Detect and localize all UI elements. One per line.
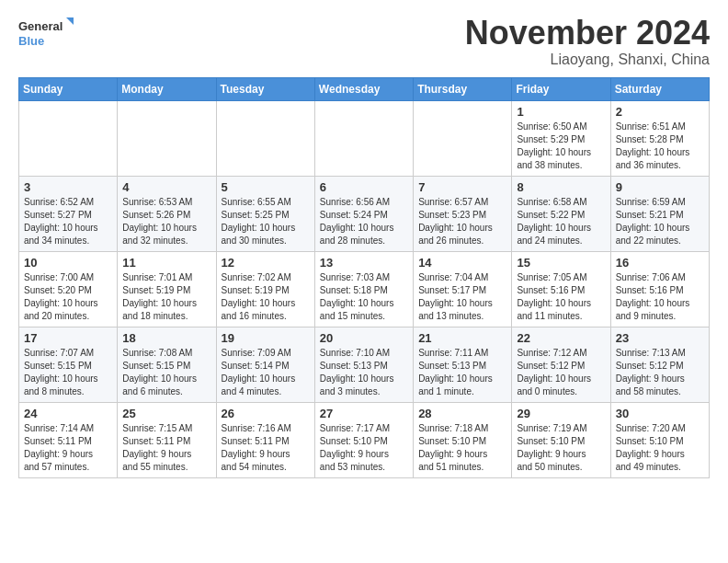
day-info: Sunrise: 7:06 AM Sunset: 5:16 PM Dayligh… — [616, 271, 704, 323]
day-info: Sunrise: 7:05 AM Sunset: 5:16 PM Dayligh… — [517, 271, 605, 323]
table-row: 25Sunrise: 7:15 AM Sunset: 5:11 PM Dayli… — [118, 402, 216, 477]
day-number: 5 — [222, 180, 310, 194]
day-number: 25 — [122, 407, 210, 420]
weekday-header-row: Sunday Monday Tuesday Wednesday Thursday… — [19, 77, 710, 100]
svg-text:General: General — [18, 19, 63, 33]
table-row: 1Sunrise: 6:50 AM Sunset: 5:29 PM Daylig… — [512, 100, 610, 176]
table-row: 22Sunrise: 7:12 AM Sunset: 5:12 PM Dayli… — [512, 327, 610, 402]
day-info: Sunrise: 7:19 AM Sunset: 5:10 PM Dayligh… — [517, 422, 605, 474]
day-number: 24 — [24, 407, 112, 420]
day-number: 4 — [122, 180, 210, 194]
calendar-week-row: 17Sunrise: 7:07 AM Sunset: 5:15 PM Dayli… — [19, 327, 710, 402]
logo: General Blue — [18, 15, 74, 50]
day-number: 26 — [222, 407, 310, 420]
day-number: 28 — [418, 407, 506, 420]
table-row: 4Sunrise: 6:53 AM Sunset: 5:26 PM Daylig… — [118, 176, 216, 251]
table-row: 6Sunrise: 6:56 AM Sunset: 5:24 PM Daylig… — [314, 176, 413, 251]
table-row: 24Sunrise: 7:14 AM Sunset: 5:11 PM Dayli… — [19, 402, 118, 477]
svg-text:Blue: Blue — [18, 34, 44, 48]
day-number: 2 — [616, 105, 704, 119]
day-number: 22 — [517, 331, 605, 345]
day-info: Sunrise: 7:04 AM Sunset: 5:17 PM Dayligh… — [418, 271, 506, 323]
day-info: Sunrise: 7:08 AM Sunset: 5:15 PM Dayligh… — [122, 347, 210, 398]
day-number: 12 — [222, 256, 310, 270]
table-row — [414, 100, 512, 176]
logo-svg: General Blue — [18, 15, 74, 50]
day-number: 3 — [24, 180, 112, 194]
location: Liaoyang, Shanxi, China — [465, 52, 710, 68]
table-row: 8Sunrise: 6:58 AM Sunset: 5:22 PM Daylig… — [512, 176, 610, 251]
calendar-table: Sunday Monday Tuesday Wednesday Thursday… — [18, 77, 710, 478]
day-info: Sunrise: 7:00 AM Sunset: 5:20 PM Dayligh… — [24, 271, 112, 323]
day-info: Sunrise: 7:11 AM Sunset: 5:13 PM Dayligh… — [418, 347, 506, 398]
table-row: 13Sunrise: 7:03 AM Sunset: 5:18 PM Dayli… — [314, 251, 413, 327]
table-row: 27Sunrise: 7:17 AM Sunset: 5:10 PM Dayli… — [314, 402, 413, 477]
table-row: 20Sunrise: 7:10 AM Sunset: 5:13 PM Dayli… — [314, 327, 413, 402]
day-info: Sunrise: 7:14 AM Sunset: 5:11 PM Dayligh… — [24, 422, 112, 474]
header-saturday: Saturday — [610, 77, 709, 100]
table-row: 3Sunrise: 6:52 AM Sunset: 5:27 PM Daylig… — [19, 176, 118, 251]
table-row: 23Sunrise: 7:13 AM Sunset: 5:12 PM Dayli… — [610, 327, 709, 402]
table-row: 10Sunrise: 7:00 AM Sunset: 5:20 PM Dayli… — [19, 251, 118, 327]
header-wednesday: Wednesday — [314, 77, 413, 100]
day-number: 14 — [418, 256, 506, 270]
table-row: 29Sunrise: 7:19 AM Sunset: 5:10 PM Dayli… — [512, 402, 610, 477]
day-number: 29 — [517, 407, 605, 420]
table-row — [216, 100, 314, 176]
day-number: 21 — [418, 331, 506, 345]
day-info: Sunrise: 7:20 AM Sunset: 5:10 PM Dayligh… — [616, 422, 704, 474]
table-row: 17Sunrise: 7:07 AM Sunset: 5:15 PM Dayli… — [19, 327, 118, 402]
header: General Blue November 2024 Liaoyang, Sha… — [18, 15, 710, 68]
day-info: Sunrise: 6:55 AM Sunset: 5:25 PM Dayligh… — [222, 196, 310, 247]
title-area: November 2024 Liaoyang, Shanxi, China — [465, 15, 710, 68]
day-info: Sunrise: 6:52 AM Sunset: 5:27 PM Dayligh… — [24, 196, 112, 247]
page: General Blue November 2024 Liaoyang, Sha… — [0, 0, 728, 488]
day-number: 18 — [122, 331, 210, 345]
calendar-week-row: 1Sunrise: 6:50 AM Sunset: 5:29 PM Daylig… — [19, 100, 710, 176]
table-row — [19, 100, 118, 176]
header-sunday: Sunday — [19, 77, 118, 100]
header-monday: Monday — [118, 77, 216, 100]
table-row: 11Sunrise: 7:01 AM Sunset: 5:19 PM Dayli… — [118, 251, 216, 327]
day-info: Sunrise: 7:17 AM Sunset: 5:10 PM Dayligh… — [320, 422, 408, 474]
svg-marker-2 — [66, 17, 74, 27]
day-info: Sunrise: 7:16 AM Sunset: 5:11 PM Dayligh… — [222, 422, 310, 474]
table-row: 16Sunrise: 7:06 AM Sunset: 5:16 PM Dayli… — [610, 251, 709, 327]
table-row: 21Sunrise: 7:11 AM Sunset: 5:13 PM Dayli… — [414, 327, 512, 402]
table-row: 2Sunrise: 6:51 AM Sunset: 5:28 PM Daylig… — [610, 100, 709, 176]
table-row: 15Sunrise: 7:05 AM Sunset: 5:16 PM Dayli… — [512, 251, 610, 327]
day-info: Sunrise: 7:07 AM Sunset: 5:15 PM Dayligh… — [24, 347, 112, 398]
day-info: Sunrise: 7:15 AM Sunset: 5:11 PM Dayligh… — [122, 422, 210, 474]
day-info: Sunrise: 6:51 AM Sunset: 5:28 PM Dayligh… — [616, 121, 704, 172]
table-row — [118, 100, 216, 176]
day-number: 6 — [320, 180, 408, 194]
day-info: Sunrise: 7:01 AM Sunset: 5:19 PM Dayligh… — [122, 271, 210, 323]
day-number: 19 — [222, 331, 310, 345]
day-number: 17 — [24, 331, 112, 345]
day-number: 8 — [517, 180, 605, 194]
header-tuesday: Tuesday — [216, 77, 314, 100]
day-info: Sunrise: 7:12 AM Sunset: 5:12 PM Dayligh… — [517, 347, 605, 398]
day-info: Sunrise: 7:02 AM Sunset: 5:19 PM Dayligh… — [222, 271, 310, 323]
day-number: 30 — [616, 407, 704, 420]
table-row: 26Sunrise: 7:16 AM Sunset: 5:11 PM Dayli… — [216, 402, 314, 477]
table-row: 18Sunrise: 7:08 AM Sunset: 5:15 PM Dayli… — [118, 327, 216, 402]
calendar-week-row: 24Sunrise: 7:14 AM Sunset: 5:11 PM Dayli… — [19, 402, 710, 477]
day-number: 23 — [616, 331, 704, 345]
table-row: 19Sunrise: 7:09 AM Sunset: 5:14 PM Dayli… — [216, 327, 314, 402]
calendar-week-row: 10Sunrise: 7:00 AM Sunset: 5:20 PM Dayli… — [19, 251, 710, 327]
day-number: 15 — [517, 256, 605, 270]
day-info: Sunrise: 6:53 AM Sunset: 5:26 PM Dayligh… — [122, 196, 210, 247]
day-number: 27 — [320, 407, 408, 420]
day-info: Sunrise: 7:03 AM Sunset: 5:18 PM Dayligh… — [320, 271, 408, 323]
table-row — [314, 100, 413, 176]
table-row: 28Sunrise: 7:18 AM Sunset: 5:10 PM Dayli… — [414, 402, 512, 477]
day-number: 16 — [616, 256, 704, 270]
day-number: 10 — [24, 256, 112, 270]
day-info: Sunrise: 6:56 AM Sunset: 5:24 PM Dayligh… — [320, 196, 408, 247]
day-info: Sunrise: 6:58 AM Sunset: 5:22 PM Dayligh… — [517, 196, 605, 247]
table-row: 12Sunrise: 7:02 AM Sunset: 5:19 PM Dayli… — [216, 251, 314, 327]
day-info: Sunrise: 7:13 AM Sunset: 5:12 PM Dayligh… — [616, 347, 704, 398]
day-number: 13 — [320, 256, 408, 270]
day-info: Sunrise: 6:59 AM Sunset: 5:21 PM Dayligh… — [616, 196, 704, 247]
